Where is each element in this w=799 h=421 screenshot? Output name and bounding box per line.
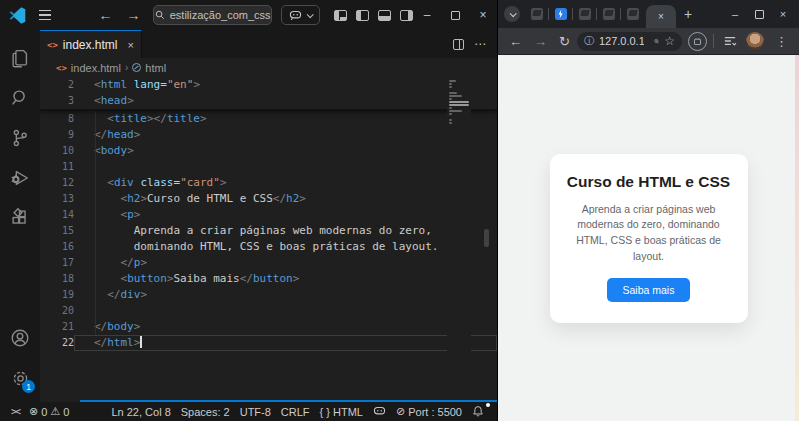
more-actions-icon[interactable]: ⋯ [474,37,487,51]
zoom-icon[interactable] [654,36,660,47]
extensions-icon[interactable] [0,198,40,238]
reading-list-icon[interactable] [723,35,737,47]
code-line[interactable]: 13 <h2>Curso de HTML e CSS</h2> [40,191,497,207]
pinned-tab[interactable] [550,3,571,25]
card-description: Aprenda a criar páginas web modernas do … [566,202,732,265]
navigate-back-button[interactable]: ← [91,7,119,23]
code-line[interactable]: 18 <button>Saiba mais</button> [40,271,497,287]
back-button[interactable]: ← [504,34,527,49]
breadcrumb-separator: › [125,62,128,73]
settings-gear-icon[interactable]: 1 [0,358,40,398]
code-line[interactable]: 22</html> [40,335,497,351]
code-line[interactable]: 20 [40,303,497,319]
minimize-button[interactable]: – [723,2,747,26]
remote-indicator[interactable]: >< [6,406,24,417]
indent-guide [95,111,96,335]
site-info-icon[interactable]: ⓘ [584,34,594,48]
address-bar[interactable]: ⓘ 127.0.0.1:5500/... ☆ [577,32,682,51]
tab-search-button[interactable] [504,6,520,22]
tab-index-html[interactable]: <> index.html × [40,30,142,58]
saiba-mais-button[interactable]: Saiba mais [607,278,691,302]
tab-close-icon[interactable]: × [658,11,664,22]
search-icon [155,10,165,20]
encoding-status[interactable]: UTF-8 [235,406,276,418]
extensions-icon[interactable] [688,32,707,51]
breadcrumb[interactable]: <> index.html › html [40,58,497,77]
code-line[interactable]: 11 [40,159,497,175]
vscode-titlebar: ← → estilização_com_css [0,0,497,30]
toggle-sidebar-icon[interactable] [356,10,369,21]
close-button[interactable]: × [771,2,795,26]
layout-controls [334,10,413,21]
copilot-status[interactable] [368,406,391,417]
search-view-icon[interactable] [0,78,40,118]
toggle-panel-icon[interactable] [378,10,391,21]
toggle-secondary-sidebar-icon[interactable] [400,10,413,21]
accounts-icon[interactable] [0,318,40,358]
line-number: 8 [40,111,74,127]
run-debug-icon[interactable] [0,158,40,198]
pinned-tab[interactable] [526,3,547,25]
pinned-tab[interactable] [622,3,643,25]
menu-icon[interactable] [39,10,51,20]
code-line[interactable]: 14 <p> [40,207,497,223]
active-tab[interactable]: × [646,5,676,28]
code-line[interactable]: 21</body> [40,319,497,335]
line-number: 9 [40,127,74,143]
cursor-position-status[interactable]: Ln 22, Col 8 [106,406,175,418]
html-file-icon: <> [47,40,58,50]
browser-menu-icon[interactable]: ⋮ [770,34,793,49]
line-number: 2 [40,77,74,93]
activity-bar: 1 [0,30,40,402]
code-line[interactable]: 3<head> [40,93,497,109]
notifications-bell[interactable] [467,405,489,418]
pinned-tab[interactable] [598,3,619,25]
restore-button[interactable] [441,0,469,30]
code-line[interactable]: 10<body> [40,143,497,159]
live-server-port-status[interactable]: ⊘ Port : 5500 [391,405,467,418]
reload-button[interactable]: ↻ [554,34,575,49]
new-tab-button[interactable]: + [676,6,700,22]
copilot-button[interactable] [281,5,320,25]
code-line[interactable]: 16 dominando HTML, CSS e boas práticas d… [40,239,497,255]
problems-status[interactable]: ⊗ 0 ⚠ 0 [24,405,74,418]
code-line[interactable]: 9</head> [40,127,497,143]
language-mode-status[interactable]: { } HTML [315,406,368,418]
card-title: Curso de HTML e CSS [566,173,732,191]
indentation-status[interactable]: Spaces: 2 [176,406,235,418]
forward-button[interactable]: → [529,34,552,49]
source-control-icon[interactable] [0,118,40,158]
tab-separator [620,8,621,20]
line-number: 11 [40,159,74,175]
background-window-edge [795,55,799,421]
editor-scrollbar[interactable] [484,229,489,247]
breadcrumb-file[interactable]: index.html [71,62,121,74]
code-line[interactable]: 15 Aprenda a criar páginas web modernas … [40,223,497,239]
command-center-search[interactable]: estilização_com_css [153,5,272,25]
eol-status[interactable]: CRLF [276,406,315,418]
toolbar-divider [713,34,714,48]
tab-close-icon[interactable]: × [128,39,134,51]
minimap[interactable] [447,77,471,400]
pinned-tab[interactable] [574,3,595,25]
code-line[interactable]: 2<html lang="en"> [40,77,497,93]
code-editor[interactable]: 2<html lang="en">3<head> 8 <title></titl… [40,77,497,400]
breadcrumb-symbol[interactable]: html [145,62,166,74]
navigate-forward-button[interactable]: → [119,7,147,23]
code-line[interactable]: 19 </div> [40,287,497,303]
code-line[interactable]: 12 <div class="card"> [40,175,497,191]
close-button[interactable]: × [469,0,497,30]
minimize-button[interactable]: – [413,0,441,30]
warning-icon: ⚠ [50,405,60,418]
explorer-icon[interactable] [0,38,40,78]
code-line[interactable]: 17 </p> [40,255,497,271]
customize-layout-icon[interactable] [334,10,347,21]
error-count: 0 [41,406,47,418]
split-editor-icon[interactable] [453,39,464,50]
profile-avatar[interactable] [746,32,764,50]
text-cursor [140,335,142,348]
bookmark-star-icon[interactable]: ☆ [664,34,675,48]
url-text[interactable]: 127.0.0.1:5500/... [599,35,644,47]
maximize-button[interactable] [747,2,771,26]
code-line[interactable]: 8 <title></title> [40,111,497,127]
